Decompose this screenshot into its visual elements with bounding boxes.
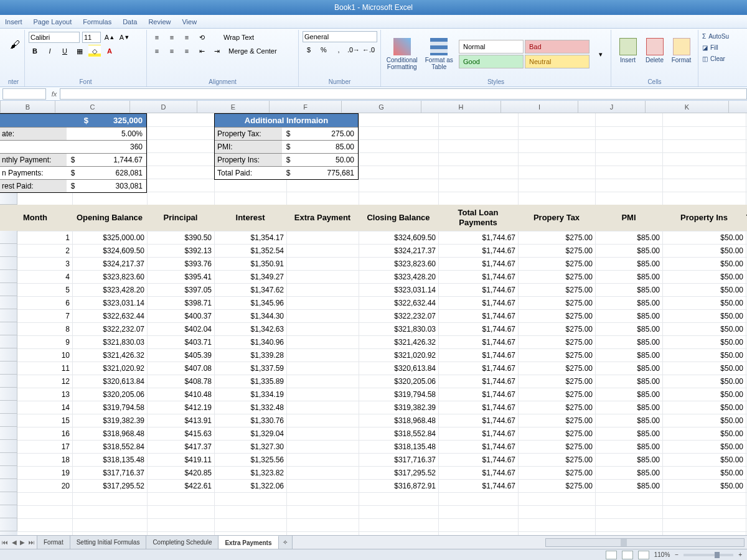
cell[interactable]: $1,325.56 <box>214 453 286 466</box>
cell[interactable]: $1,339.28 <box>214 348 286 362</box>
row-header[interactable] <box>0 427 17 440</box>
cell[interactable]: $1,327.30 <box>214 440 286 453</box>
zoom-slider[interactable] <box>684 554 733 556</box>
cell[interactable]: 1 <box>17 231 72 244</box>
style-neutral[interactable]: Neutral <box>525 55 590 68</box>
cell[interactable]: $318,968.48 <box>72 427 147 440</box>
table-header[interactable]: Extra Payment <box>286 205 359 231</box>
table-header[interactable]: PMI <box>595 205 662 231</box>
percent-button[interactable]: % <box>317 44 330 56</box>
cell[interactable]: $397.05 <box>147 283 214 296</box>
cell[interactable]: 19 <box>17 466 72 479</box>
cell[interactable]: $316,872.91 <box>359 479 438 492</box>
next-tab-icon[interactable]: ▶ <box>20 539 25 546</box>
row-header[interactable] <box>0 244 17 257</box>
table-header[interactable]: Opening Balance <box>72 205 147 231</box>
cell[interactable]: $323,823.60 <box>72 270 147 283</box>
cell[interactable]: $405.39 <box>147 348 214 362</box>
cell[interactable]: 17 <box>17 440 72 453</box>
cell[interactable]: $85.00 <box>595 362 662 375</box>
cell[interactable]: $1,744.67 <box>438 231 518 244</box>
row-header[interactable] <box>0 505 17 518</box>
formula-input[interactable] <box>60 88 747 100</box>
cell[interactable]: $50.00 <box>662 453 746 466</box>
cell[interactable]: $50.00 <box>662 348 746 362</box>
cell[interactable]: $403.71 <box>147 335 214 348</box>
cell[interactable]: $85.00 <box>595 453 662 466</box>
cell[interactable]: 10 <box>17 348 72 362</box>
align-top-button[interactable]: ≡ <box>151 31 163 44</box>
col-header-G[interactable]: G <box>342 101 421 113</box>
cell[interactable]: $322,632.44 <box>359 296 438 309</box>
align-middle-button[interactable]: ≡ <box>166 31 178 44</box>
merge-center-button[interactable]: Merge & Center <box>225 45 280 57</box>
sheet-tab[interactable]: Completing Schedule <box>146 536 218 549</box>
cell[interactable]: $325,000.00 <box>72 231 147 244</box>
cell[interactable]: $324,609.50 <box>359 231 438 244</box>
row-header[interactable] <box>0 322 17 335</box>
cell[interactable]: $321,426.32 <box>359 335 438 348</box>
page-layout-view-button[interactable] <box>622 551 633 559</box>
cell[interactable]: $1,322.06 <box>214 479 286 492</box>
cell[interactable]: $50.00 <box>662 322 746 335</box>
cell[interactable]: $85.00 <box>595 231 662 244</box>
worksheet[interactable]: BCDEFGHIJKL $325,000ate:5.00%360nthly Pa… <box>0 101 747 535</box>
cell[interactable]: $1,744.67 <box>438 388 518 401</box>
cell[interactable]: $408.78 <box>147 375 214 388</box>
cell[interactable]: $392.13 <box>147 244 214 257</box>
cell[interactable]: $1,744.67 <box>438 270 518 283</box>
conditional-formatting-button[interactable]: Conditional Formatting <box>385 35 420 73</box>
cell[interactable]: $320,613.84 <box>72 375 147 388</box>
cell[interactable]: $50.00 <box>662 335 746 348</box>
align-left-button[interactable]: ≡ <box>151 45 163 57</box>
increase-indent-button[interactable]: ⇥ <box>210 45 223 57</box>
cell[interactable]: $275.00 <box>518 466 595 479</box>
cell[interactable]: $322,632.44 <box>72 309 147 322</box>
cell[interactable]: $50.00 <box>662 388 746 401</box>
styles-more-button[interactable]: ▾ <box>594 48 607 60</box>
cell[interactable]: 20 <box>17 479 72 492</box>
cell[interactable]: $50.00 <box>662 296 746 309</box>
cell[interactable]: $85.00 <box>595 375 662 388</box>
row-header[interactable] <box>0 335 17 348</box>
clear-button[interactable]: ◫Clear <box>702 54 740 63</box>
cell[interactable]: $323,428.20 <box>72 283 147 296</box>
orientation-button[interactable]: ⟲ <box>195 31 208 44</box>
cell[interactable]: $323,428.20 <box>359 270 438 283</box>
font-size-input[interactable] <box>82 32 101 43</box>
cell[interactable]: $1,332.48 <box>214 401 286 414</box>
cell[interactable]: $275.00 <box>518 414 595 427</box>
cell[interactable]: $275.00 <box>518 231 595 244</box>
cell[interactable]: 12 <box>17 375 72 388</box>
tab-insert[interactable]: Insert <box>5 18 22 26</box>
currency-button[interactable]: $ <box>303 44 315 56</box>
table-header[interactable]: Closing Balance <box>359 205 438 231</box>
number-format-select[interactable] <box>303 31 377 42</box>
cell[interactable]: $50.00 <box>662 231 746 244</box>
italic-button[interactable]: I <box>44 45 56 57</box>
cell[interactable]: $317,295.52 <box>359 466 438 479</box>
zoom-level[interactable]: 110% <box>654 551 670 558</box>
cell[interactable]: $1,744.67 <box>438 453 518 466</box>
cell[interactable]: 14 <box>17 401 72 414</box>
cell[interactable]: $85.00 <box>595 309 662 322</box>
cell[interactable]: 4 <box>17 270 72 283</box>
cell[interactable]: $415.63 <box>147 427 214 440</box>
cell[interactable]: $275.00 <box>518 375 595 388</box>
bold-button[interactable]: B <box>29 45 41 57</box>
normal-view-button[interactable] <box>606 551 617 559</box>
col-header-L[interactable]: L <box>729 101 747 113</box>
cell[interactable]: $85.00 <box>595 440 662 453</box>
cell[interactable]: $402.04 <box>147 322 214 335</box>
cell[interactable]: $1,744.67 <box>438 440 518 453</box>
cell[interactable]: $410.48 <box>147 388 214 401</box>
horizontal-scrollbar[interactable] <box>293 536 748 549</box>
cell[interactable]: $275.00 <box>518 427 595 440</box>
cell[interactable]: $1,330.76 <box>214 414 286 427</box>
table-header[interactable]: Propery Tax <box>518 205 595 231</box>
cell[interactable]: $1,744.67 <box>438 375 518 388</box>
cell[interactable]: $85.00 <box>595 322 662 335</box>
cell[interactable]: $317,295.52 <box>72 479 147 492</box>
row-header[interactable] <box>0 362 17 375</box>
cell[interactable]: $319,382.39 <box>359 401 438 414</box>
